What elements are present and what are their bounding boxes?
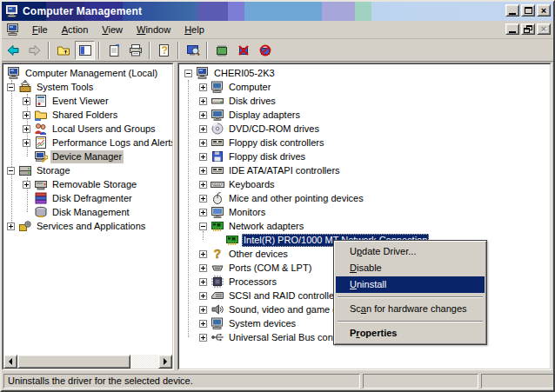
context-menu-item-disable[interactable]: Disable [336,260,485,276]
tree-item-system-tools[interactable]: System Tools [3,80,172,94]
tree-item-removable-storage[interactable]: Removable Storage [3,177,172,191]
tree-item-floppy-disk-controllers[interactable]: Floppy disk controllers [179,136,550,149]
child-minimize-button[interactable] [505,23,519,35]
tree-item-label[interactable]: IDE ATA/ATAPI controllers [227,164,342,177]
collapse-icon[interactable] [7,83,15,91]
help-button[interactable]: ? [154,41,174,60]
expand-icon[interactable] [199,334,207,342]
scroll-left-button[interactable] [3,355,17,369]
child-restore-button[interactable] [521,23,535,35]
tree-item-label[interactable]: Disk Defragmenter [50,192,134,205]
tree-item-label[interactable]: Monitors [227,206,267,219]
scrollbar-thumb[interactable] [17,355,130,369]
menu-view[interactable]: View [95,23,130,37]
tree-item-label[interactable]: Computer Management (Local) [23,67,159,80]
disable-button[interactable] [255,41,275,60]
expand-icon[interactable] [199,83,207,91]
expand-icon[interactable] [199,250,207,258]
expand-icon[interactable] [23,125,30,133]
expand-icon[interactable] [199,139,207,147]
tree-item-label[interactable]: Disk drives [227,95,278,108]
tree-item-label[interactable]: Ports (COM & LPT) [227,262,313,275]
expand-icon[interactable] [23,181,30,189]
collapse-icon[interactable] [184,70,192,77]
context-menu-item-scan-for-hardware-changes[interactable]: Scan for hardware changes [336,301,485,317]
tree-item-display-adapters[interactable]: Display adapters [179,108,550,122]
tree-item-label[interactable]: Floppy disk controllers [227,136,325,149]
menu-help[interactable]: Help [177,23,211,37]
tree-item-label[interactable]: Network adapters [227,220,305,233]
title-bar[interactable]: Computer Management × [2,2,553,21]
tree-item-label[interactable]: Storage [35,164,72,177]
tree-item-cheri05-2k3[interactable]: CHERI05-2K3 [179,66,550,80]
tree-item-label[interactable]: Local Users and Groups [50,123,157,136]
tree-item-disk-management[interactable]: Disk Management [3,205,172,219]
tree-item-device-manager[interactable]: Device Manager [3,149,172,163]
tree-item-label[interactable]: System Tools [35,81,95,94]
expand-icon[interactable] [7,223,15,230]
context-menu-item-uninstall[interactable]: Uninstall [336,276,485,293]
tree-item-label[interactable]: Device Manager [50,150,124,163]
tree-item-label[interactable]: Processors [227,276,278,289]
uninstall-button[interactable] [233,41,253,60]
expand-icon[interactable] [199,264,207,272]
tree-item-computer[interactable]: Computer [179,80,550,94]
expand-icon[interactable] [199,97,207,105]
tree-item-label[interactable]: Display adapters [227,109,302,122]
maximize-button[interactable] [521,4,535,17]
tree-item-label[interactable]: Computer [227,81,272,94]
tree-item-label[interactable]: Mice and other pointing devices [227,192,365,205]
show-hide-console-tree-button[interactable] [75,41,95,60]
tree-item-computer-management-local[interactable]: Computer Management (Local) [3,66,172,80]
expand-icon[interactable] [199,153,207,161]
tree-item-label[interactable]: Performance Logs and Alerts [50,136,173,149]
child-close-button[interactable]: × [537,23,551,35]
scroll-right-button[interactable] [158,355,172,369]
expand-icon[interactable] [199,320,207,328]
tree-item-mice-and-other-pointing-devices[interactable]: Mice and other pointing devices [179,191,550,205]
menu-window[interactable]: Window [130,23,177,37]
expand-icon[interactable] [199,111,207,119]
tree-item-label[interactable]: Removable Storage [50,178,138,191]
context-menu-item-update-driver[interactable]: Update Driver... [336,243,485,260]
tree-item-disk-defragmenter[interactable]: Disk Defragmenter [3,191,172,205]
expand-icon[interactable] [23,111,30,119]
back-button[interactable] [3,41,23,60]
tree-item-label[interactable]: SCSI and RAID controllers [227,289,344,302]
expand-icon[interactable] [199,292,207,300]
tree-item-label[interactable]: Event Viewer [50,95,110,108]
tree-item-local-users-and-groups[interactable]: Local Users and Groups [3,122,172,136]
tree-item-floppy-disk-drives[interactable]: Floppy disk drives [179,149,550,163]
expand-icon[interactable] [199,195,207,203]
tree-item-ide-ata-atapi-controllers[interactable]: IDE ATA/ATAPI controllers [179,163,550,177]
menu-file[interactable]: File [25,23,55,37]
expand-icon[interactable] [199,278,207,286]
up-one-level-button[interactable] [53,41,73,60]
tree-item-label[interactable]: Other devices [227,248,290,261]
update-driver-button[interactable] [211,41,231,60]
horizontal-scrollbar[interactable] [3,355,172,369]
expand-icon[interactable] [199,306,207,314]
expand-icon[interactable] [199,181,207,189]
scan-for-hardware-changes-button[interactable] [183,41,203,60]
tree-item-monitors[interactable]: Monitors [179,205,550,219]
collapse-icon[interactable] [199,223,207,230]
forward-button[interactable] [24,41,44,60]
tree-item-network-adapters[interactable]: Network adapters [179,219,550,233]
tree-item-label[interactable]: System devices [227,317,298,330]
tree-item-disk-drives[interactable]: Disk drives [179,94,550,108]
tree-item-dvd-cd-rom-drives[interactable]: DVD/CD-ROM drives [179,122,550,136]
tree-item-label[interactable]: Shared Folders [50,109,119,122]
expand-icon[interactable] [199,125,207,133]
context-menu-item-properties[interactable]: Properties [336,325,485,342]
tree-item-label[interactable]: Floppy disk drives [227,150,307,163]
tree-item-event-viewer[interactable]: Event Viewer [3,94,172,108]
tree-item-storage[interactable]: Storage [3,163,172,177]
tree-item-performance-logs-and-alerts[interactable]: Performance Logs and Alerts [3,136,172,149]
minimize-button[interactable] [505,4,519,17]
expand-icon[interactable] [23,97,30,105]
tree-item-label[interactable]: CHERI05-2K3 [212,67,277,80]
print-button[interactable] [125,41,145,60]
collapse-icon[interactable] [7,167,15,175]
tree-item-shared-folders[interactable]: Shared Folders [3,108,172,122]
